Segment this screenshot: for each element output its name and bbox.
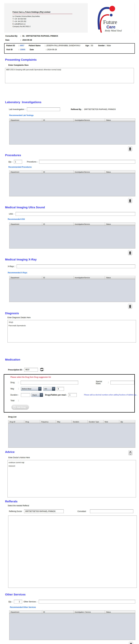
recommended-xrays-link[interactable]: Recommended X-Rays bbox=[8, 272, 27, 274]
per-meal-input[interactable] bbox=[68, 393, 77, 397]
drug-label: Drug bbox=[10, 382, 18, 384]
advice-delete-button[interactable] bbox=[128, 450, 132, 455]
consult-date-label: Date bbox=[6, 39, 20, 41]
col-status: Status bbox=[105, 170, 135, 174]
patient-age-label: Age bbox=[85, 44, 89, 46]
col-department: Department bbox=[10, 610, 42, 614]
patient-name-value: JOSEPH PALLIPARAMBIL SANDHYAVU bbox=[46, 44, 80, 46]
recommended-other-services-link[interactable]: Recommended Other Services bbox=[10, 606, 36, 608]
xray-field-row: X-Rays : bbox=[8, 264, 139, 268]
procedures-input[interactable] bbox=[39, 160, 135, 164]
lab-table-body[interactable] bbox=[9, 122, 135, 144]
refferals-sub-label: Select the needed Refferal bbox=[8, 504, 139, 507]
patient-name-label: Patient Name bbox=[29, 44, 44, 46]
xray-delete-button[interactable] bbox=[128, 304, 132, 309]
col-investigation-service: Investigation/Service bbox=[74, 170, 105, 174]
way-label: Way bbox=[10, 388, 18, 390]
xray-table-body[interactable] bbox=[9, 279, 135, 302]
prescription-report-page: Future Care by Future Holdings (Pty) Lim… bbox=[0, 0, 139, 644]
col-drug: Drug bbox=[24, 420, 40, 423]
reffering-doctor-input[interactable] bbox=[24, 509, 64, 513]
logo-tagline: Body Mind Soul bbox=[105, 30, 122, 32]
company-name-part2: Future Holdings (Pty) Limited bbox=[25, 11, 50, 13]
drug-entry-box: Please select the Drug from Drug suggess… bbox=[4, 374, 135, 412]
add-drug-button[interactable]: + Add Drug bbox=[11, 405, 29, 410]
patient-info-box: Patient ID : 6957 Patient Name : JOSEPH … bbox=[4, 43, 135, 54]
uss-delete-button[interactable] bbox=[128, 250, 132, 255]
lab-investigation-label: Lab Investingation bbox=[9, 108, 24, 110]
way-dropdown[interactable]: Before Meal ▼ bbox=[21, 387, 42, 391]
col-status: Status bbox=[105, 223, 135, 226]
company-email: E: jude@future.sc bbox=[12, 23, 72, 25]
col-qty: Qty bbox=[119, 420, 135, 423]
other-table-header: Department ID Investigation / Service St… bbox=[9, 610, 135, 614]
frequency-dropdown[interactable]: OD ▼ bbox=[43, 387, 55, 391]
drug-list-label: Drug List bbox=[8, 416, 139, 418]
prescription-id-label: Prescription ID : bbox=[8, 368, 23, 371]
future-care-logo-icon: Future Care ♥ Body Mind Soul bbox=[90, 4, 132, 32]
advice-textarea[interactable]: continue current mgt reassure bbox=[8, 460, 136, 498]
visit-id-value: 15905 bbox=[20, 48, 25, 51]
reffering-doctor-label: Reffering Doctor bbox=[9, 510, 22, 512]
xray-label: X-Rays bbox=[8, 265, 14, 268]
company-number: Company No.8417652-2 bbox=[12, 25, 72, 28]
prescription-id-input[interactable] bbox=[24, 368, 38, 372]
col-id: ID bbox=[42, 276, 74, 279]
special-notes-label: Special Notes bbox=[96, 380, 107, 384]
other-qty-input[interactable] bbox=[14, 600, 22, 604]
other-qty-label: Qty bbox=[8, 601, 11, 603]
refresh-prescription-button[interactable] bbox=[40, 367, 44, 372]
procedures-table-body[interactable] bbox=[9, 174, 135, 196]
procedures-delete-button[interactable] bbox=[128, 198, 132, 203]
col-id: ID bbox=[42, 223, 74, 226]
recommended-procedures-link[interactable]: Recommended Procedures bbox=[8, 166, 32, 168]
complaints-textarea[interactable]: ABD USS in keeping with pancreatic lipom… bbox=[5, 68, 134, 83]
duration-input[interactable] bbox=[21, 393, 30, 397]
col-id: ID bbox=[42, 119, 74, 122]
other-services-input[interactable] bbox=[39, 600, 135, 604]
consultant-input[interactable] bbox=[90, 509, 133, 513]
other-delete-button[interactable] bbox=[129, 642, 133, 644]
other-table-body[interactable] bbox=[9, 614, 135, 640]
diagnosis-textarea[interactable]: ?PUD Pancreatic lipomatosis bbox=[8, 320, 136, 342]
lab-investigation-input[interactable] bbox=[27, 108, 60, 111]
company-logo: Future Care ♥ Body Mind Soul bbox=[88, 3, 134, 32]
drug-input[interactable] bbox=[21, 381, 78, 384]
lab-results-table: Department ID Investigation/Service Stat… bbox=[9, 118, 135, 144]
uss-input[interactable] bbox=[16, 212, 135, 216]
col-investigation-service: Investigation / Service bbox=[74, 610, 105, 614]
recommended-lab-testings-link[interactable]: Recommended Lab Testings bbox=[9, 114, 34, 116]
advice-sub-label: Enter Doctor's Advice Here bbox=[8, 456, 139, 458]
trash-icon bbox=[129, 147, 132, 150]
way-row: Way : Before Meal ▼ OD ▼ bbox=[10, 387, 134, 391]
uss-table-body[interactable] bbox=[9, 226, 135, 248]
col-note: Note bbox=[104, 420, 119, 423]
patient-id-label: Patient ID bbox=[6, 44, 18, 46]
lab-delete-button[interactable] bbox=[128, 146, 132, 151]
drug-table-body[interactable] bbox=[8, 424, 135, 448]
col-way: Way bbox=[56, 420, 72, 423]
xray-input[interactable] bbox=[16, 264, 135, 268]
procedures-table: Department ID Investigation/Service Stat… bbox=[9, 170, 135, 196]
col-department: Department bbox=[10, 223, 42, 226]
drug-suggestion-alert: Please select the Drug from Drug suggess… bbox=[10, 376, 134, 378]
consulted-by-value: Dr. ORITSETSETOS RAPHAEL PINNICK bbox=[22, 35, 58, 37]
duration-label: Duration : bbox=[10, 394, 21, 396]
per-meal-label: Drugs/Tablets per meal : bbox=[45, 394, 67, 396]
duration-unit-dropdown[interactable]: Day/s ▼ bbox=[32, 393, 43, 397]
duration-row: Duration : Day/s ▼ Drugs/Tablets per mea… bbox=[10, 393, 134, 397]
company-name-part1: Future Care bbox=[12, 11, 22, 13]
col-department: Department bbox=[10, 119, 42, 122]
company-phone2: T: +24 84 225 252 bbox=[12, 20, 72, 23]
procedures-table-header: Department ID Investigation/Service Stat… bbox=[9, 170, 135, 174]
company-name: Future Care by Future Holdings (Pty) Lim… bbox=[12, 11, 72, 14]
col-investigation-service: Investigation/Service bbox=[74, 119, 105, 122]
recommended-uss-link[interactable]: Recommended USS bbox=[8, 218, 25, 220]
chevron-down-icon: ▼ bbox=[38, 387, 42, 390]
refferal-list-box[interactable] bbox=[8, 516, 137, 588]
frequency-qty-input[interactable] bbox=[57, 387, 64, 391]
company-info: Future Care by Future Holdings (Pty) Lim… bbox=[12, 11, 72, 28]
complaints-sub-label: Enter Complaints Here bbox=[8, 64, 139, 66]
procedures-qty-input[interactable] bbox=[14, 160, 22, 164]
special-notes-input[interactable] bbox=[110, 381, 134, 384]
